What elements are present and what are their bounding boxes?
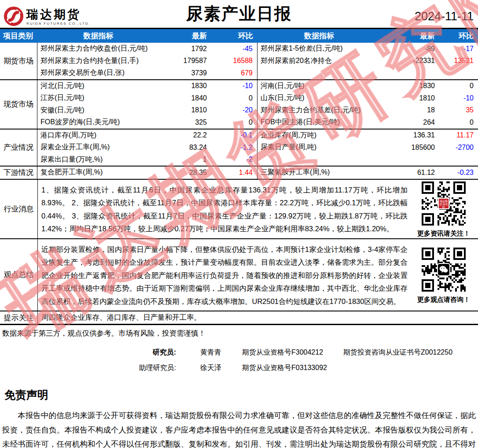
indicator-label: FOB波罗的海(日,美元/吨) <box>37 116 159 129</box>
latest-value: 61.12 <box>381 167 439 179</box>
researcher-line: 研究员: 黄青青 期货从业资格号F3004212 期货投资咨询从业证书号Z001… <box>0 348 478 357</box>
latest-value: 83.24 <box>159 141 211 154</box>
indicator-label: 郑州尿素主力合约收盘价(日,元/吨) <box>37 43 159 55</box>
latest-value: 28.35 <box>159 167 211 179</box>
col-header-delta-left: 环比 <box>211 29 257 43</box>
table-section: 现货市场河北(日,元/吨)1830-10河南(日,元/吨)18300江苏(日,元… <box>0 80 478 130</box>
indicator-label: 河南(日,元/吨) <box>257 80 381 93</box>
summary-qr-column: 更多观点请咨询！ <box>409 239 478 311</box>
category-label: 产业情况 <box>0 130 37 166</box>
indicator-label: 郑州尿素前20名净持仓 <box>257 55 381 67</box>
delta-value: 0 <box>211 92 257 104</box>
wechat-icon <box>437 263 450 276</box>
report-header: 瑞达期货 RUIDA FUTURES CO.,LTD. 尿素产业日报 2024-… <box>0 0 478 29</box>
researcher-name: 黄青青 <box>176 348 242 357</box>
indicator-label: 郑州尿素交易所仓单(日,张) <box>37 67 159 79</box>
category-label: 期货市场 <box>0 43 37 79</box>
indicator-label: 尿素企业开工率(周,%) <box>37 141 159 154</box>
researcher-cert2: 期货投资咨询从业证书号Z0012250 <box>343 348 478 357</box>
researcher-cert: 期货从业资格号F3004212 <box>242 348 343 357</box>
indicator-label: 港口库存(周,万吨) <box>37 130 159 142</box>
delta-value: 11.17 <box>439 130 478 142</box>
delta-value: 0 <box>439 116 478 129</box>
latest-value: 1 <box>159 154 211 166</box>
table-section: 期货市场郑州尿素主力合约收盘价(日,元/吨)1792-45郑州尿素1-5价差(日… <box>0 43 478 80</box>
assistant-line: 助理研究员: 徐天泽 期货从业资格号F03133092 <box>0 363 478 373</box>
indicator-label: FOB中国主港(日,美元/吨) <box>257 116 381 129</box>
source-note: 数据来源于第三方，观点仅供参考。市场有风险，投资需谨慎！ <box>0 325 478 338</box>
indicator-label: 郑州尿素1-5价差(日,元/吨) <box>257 43 381 55</box>
delta-value: -10 <box>211 80 257 93</box>
latest-value: 185600 <box>381 141 439 154</box>
latest-value: 22.2 <box>159 130 211 142</box>
category-label: 现货市场 <box>0 80 37 129</box>
latest-value <box>381 67 439 79</box>
delta-value: 35 <box>439 104 478 117</box>
indicator-label: 郑州尿素主力合约基差(日,元/吨) <box>257 104 381 117</box>
assistant-label: 助理研究员: <box>0 363 176 373</box>
indicator-label: 尿素日产量(周,吨) <box>257 141 381 154</box>
latest-value: 179587 <box>159 55 211 67</box>
delta-value <box>439 154 478 166</box>
indicator-label: 尿素出口量(万吨,%) <box>37 154 159 166</box>
summary-qr-caption: 更多观点请咨询！ <box>417 296 470 304</box>
delta-value: -17 <box>439 43 478 55</box>
category-label-alert: 提示关注 <box>0 311 38 324</box>
data-grid: 期货市场郑州尿素主力合约收盘价(日,元/吨)1792-45郑州尿素1-5价差(日… <box>0 43 478 180</box>
delta-value: -20 <box>211 104 257 117</box>
indicator-label: 安徽(日,元/吨) <box>37 104 159 117</box>
news-qr-column: 瑞达期货 研究院 更多资讯请关注！ <box>409 180 478 238</box>
table-section: 产业情况港口库存(周,万吨)22.2-0.1企业库存(周,万吨)136.3111… <box>0 130 478 167</box>
delta-value: 1.44 <box>211 167 257 179</box>
indicator-label: 复合肥开工率(周,%) <box>37 167 159 179</box>
news-text: 1、据隆众资讯统计，截至11月6日，中国尿素企业总库存量136.31万吨，较上周… <box>38 180 409 238</box>
latest-value: 325 <box>159 116 211 129</box>
col-header-category: 项目类别 <box>0 29 37 43</box>
category-label-summary: 观点总结 <box>0 239 38 311</box>
category-label-news: 行业消息 <box>0 180 38 238</box>
delta-value: 13521 <box>439 55 478 67</box>
latest-value: 264 <box>381 116 439 129</box>
latest-value: -89 <box>381 43 439 55</box>
summary-text: 近期部分装置检修，国内尿素日产量小幅下降，但整体供应仍处于高位，本周预计1家企业… <box>38 239 409 311</box>
latest-value: 1810 <box>159 104 211 117</box>
disclaimer-body: 本报告中的信息均来源于公开可获得资料，瑞达期货股份有限公司力求准确可靠，但对这些… <box>2 408 476 448</box>
col-header-indicator-left: 数据指标 <box>37 29 159 43</box>
col-header-latest-right: 最新 <box>381 29 439 43</box>
qr-center-logo: 瑞达期货 研究院 <box>438 198 449 209</box>
delta-value: -0.1 <box>211 130 257 142</box>
report-date: 2024-11-11 <box>415 10 474 23</box>
alert-text: 周四隆众企业库存、港口库存、日产量和开工率。 <box>38 311 478 324</box>
col-header-delta-right: 环比 <box>439 29 478 43</box>
latest-value: 1810 <box>381 92 439 104</box>
delta-value: 0 <box>211 116 257 129</box>
latest-value: 1830 <box>381 80 439 93</box>
report-page: 瑞达期货研究院 瑞达期货 RUIDA FUTURES CO.,LTD. 尿素产业… <box>0 0 478 448</box>
table-header-row: 项目类别 数据指标 最新 环比 数据指标 最新 环比 <box>0 29 478 43</box>
indicator-label <box>257 154 381 166</box>
latest-value: 1830 <box>159 80 211 93</box>
news-qr-caption: 更多资讯请关注！ <box>417 230 470 238</box>
summary-row: 观点总结 近期部分装置检修，国内尿素日产量小幅下降，但整体供应仍处于高位，本周预… <box>0 239 478 312</box>
page-title: 尿素产业日报 <box>0 3 478 25</box>
col-header-indicator-right: 数据指标 <box>257 29 381 43</box>
researcher-block: 研究员: 黄青青 期货从业资格号F3004212 期货投资咨询从业证书号Z001… <box>0 348 478 373</box>
latest-value: 1792 <box>159 43 211 55</box>
delta-value: -2 <box>211 154 257 166</box>
disclaimer-title: 免责声明 <box>4 388 478 402</box>
indicator-label: 郑州尿素主力合约持仓量(日,手) <box>37 55 159 67</box>
latest-value <box>381 154 439 166</box>
delta-value: -45 <box>211 43 257 55</box>
news-row: 行业消息 1、据隆众资讯统计，截至11月6日，中国尿素企业总库存量136.31万… <box>0 180 478 239</box>
assistant-cert: 期货从业资格号F03133092 <box>242 363 343 373</box>
indicator-label: 企业库存(周,万吨) <box>257 130 381 142</box>
col-header-latest-left: 最新 <box>159 29 211 43</box>
assistant-name: 徐天泽 <box>176 363 242 373</box>
delta-value: -1.2 <box>211 141 257 154</box>
latest-value: 136.31 <box>381 130 439 142</box>
indicator-label: 三聚氰胺开工率(周,%) <box>257 167 381 179</box>
delta-value: -0.23 <box>439 167 478 179</box>
researcher-label: 研究员: <box>0 348 176 357</box>
delta-value: 0 <box>439 80 478 93</box>
category-label: 下游情况 <box>0 167 37 179</box>
